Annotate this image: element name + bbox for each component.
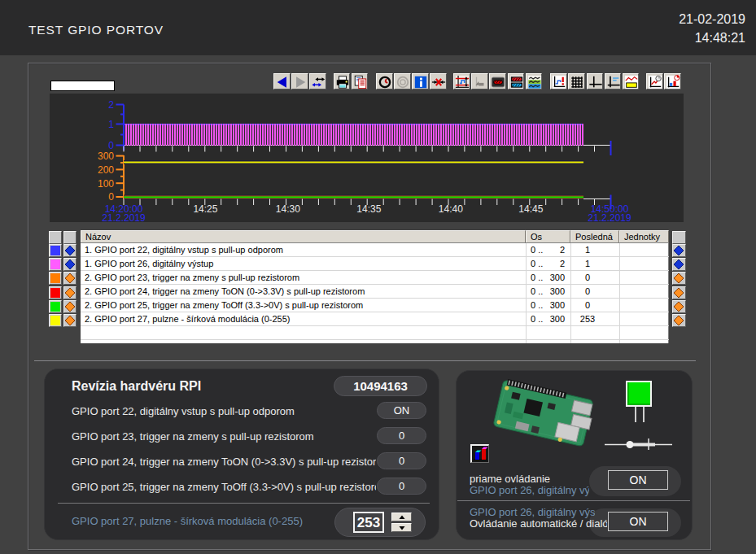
svg-text:0: 0 xyxy=(108,191,114,203)
svg-text:21.2.2019: 21.2.2019 xyxy=(102,212,146,222)
svg-text:300: 300 xyxy=(98,150,114,162)
svg-text:14:40: 14:40 xyxy=(439,203,463,215)
svg-text:21.2.2019: 21.2.2019 xyxy=(588,212,631,222)
svg-text:0: 0 xyxy=(108,140,114,151)
svg-text:2: 2 xyxy=(108,99,114,111)
svg-text:14:45: 14:45 xyxy=(518,203,543,215)
svg-text:200: 200 xyxy=(98,164,114,176)
svg-text:1: 1 xyxy=(108,119,114,130)
svg-text:100: 100 xyxy=(98,178,114,190)
svg-text:14:35: 14:35 xyxy=(356,203,381,215)
svg-text:14:25: 14:25 xyxy=(193,203,217,215)
svg-text:14:30: 14:30 xyxy=(276,203,300,215)
